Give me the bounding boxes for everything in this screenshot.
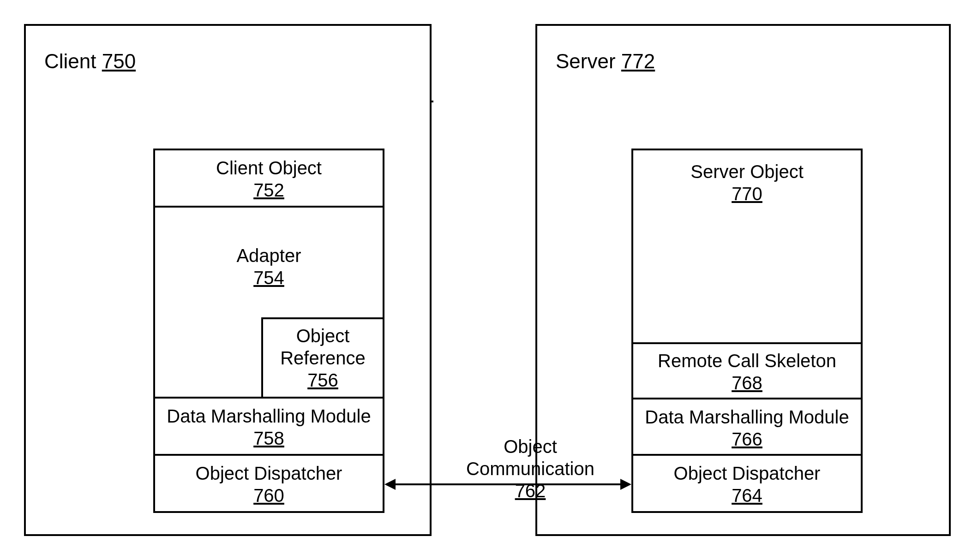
client-title: Client 750 bbox=[44, 50, 136, 73]
client-dispatcher-num: 760 bbox=[253, 485, 284, 506]
server-title: Server 772 bbox=[556, 50, 655, 73]
object-reference-l2: Reference bbox=[280, 348, 366, 368]
svg-marker-1 bbox=[384, 479, 396, 490]
adapter-label: Adapter 754 bbox=[153, 244, 384, 289]
comm-arrow-icon bbox=[384, 475, 631, 494]
adapter-num: 754 bbox=[253, 268, 284, 288]
server-title-word: Server bbox=[556, 50, 616, 72]
client-marshalling-label: Data Marshalling Module 758 bbox=[153, 405, 384, 449]
client-title-num: 750 bbox=[102, 50, 136, 72]
server-object-text: Server Object bbox=[690, 161, 804, 182]
client-object-num: 752 bbox=[253, 180, 284, 200]
client-edge-notch bbox=[430, 101, 433, 102]
object-reference-label: Object Reference 756 bbox=[261, 325, 384, 391]
client-title-word: Client bbox=[44, 50, 96, 72]
server-dispatcher-text: Object Dispatcher bbox=[674, 463, 821, 483]
client-dispatcher-text: Object Dispatcher bbox=[196, 463, 342, 483]
server-marshalling-num: 766 bbox=[732, 429, 762, 449]
comm-l1: Object bbox=[504, 436, 557, 457]
svg-marker-2 bbox=[620, 479, 631, 490]
server-skeleton-label: Remote Call Skeleton 768 bbox=[631, 350, 863, 394]
server-title-num: 772 bbox=[621, 50, 655, 72]
server-skeleton-text: Remote Call Skeleton bbox=[658, 351, 836, 371]
diagram-canvas: Client 750 Client Object 752 Adapter 754… bbox=[0, 0, 972, 560]
client-marshalling-num: 758 bbox=[253, 428, 284, 448]
server-skeleton-num: 768 bbox=[732, 373, 762, 393]
server-object-num: 770 bbox=[732, 184, 762, 204]
client-marshalling-text: Data Marshalling Module bbox=[167, 406, 371, 426]
server-marshalling-text: Data Marshalling Module bbox=[645, 407, 849, 427]
client-object-label: Client Object 752 bbox=[153, 157, 384, 201]
client-dispatcher-label: Object Dispatcher 760 bbox=[153, 462, 384, 506]
adapter-text: Adapter bbox=[236, 245, 301, 266]
server-dispatcher-label: Object Dispatcher 764 bbox=[631, 462, 863, 506]
server-dispatcher-num: 764 bbox=[732, 485, 762, 506]
object-reference-l1: Object bbox=[296, 326, 350, 346]
server-marshalling-label: Data Marshalling Module 766 bbox=[631, 406, 863, 450]
server-object-label: Server Object 770 bbox=[631, 161, 863, 205]
object-reference-num: 756 bbox=[307, 370, 338, 390]
client-object-text: Client Object bbox=[216, 158, 322, 178]
